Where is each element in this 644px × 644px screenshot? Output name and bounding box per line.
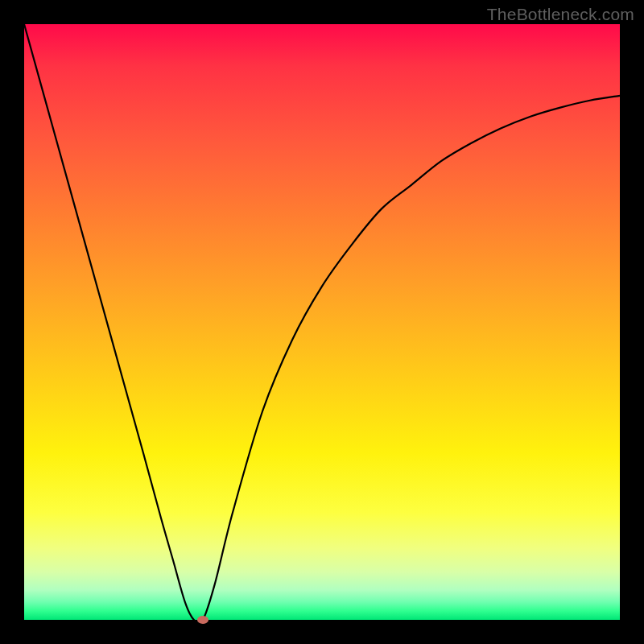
- optimal-point-marker: [197, 616, 208, 624]
- watermark-text: TheBottleneck.com: [487, 5, 634, 24]
- plot-area: [24, 24, 620, 620]
- chart-frame: TheBottleneck.com: [0, 0, 644, 644]
- bottleneck-curve: [24, 24, 620, 620]
